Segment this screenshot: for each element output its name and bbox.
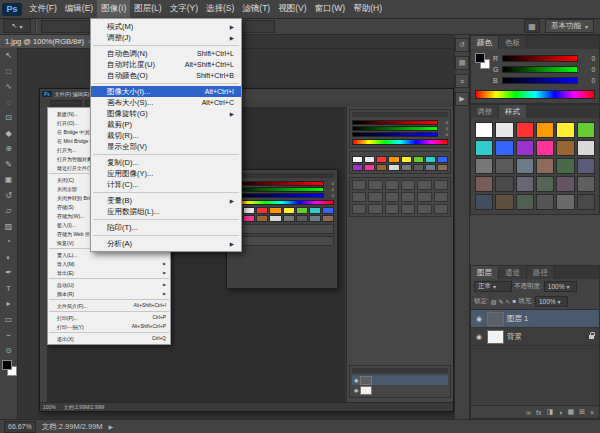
inner-adjustment-icon[interactable] — [401, 192, 415, 202]
slider-track[interactable] — [502, 77, 578, 84]
nested-swatch[interactable] — [296, 207, 308, 214]
workspace-switcher[interactable]: 基本功能 ▾ — [545, 19, 594, 33]
menu-item-18[interactable]: 分析(A)▶ — [91, 238, 241, 249]
inner-swatch[interactable] — [388, 164, 399, 171]
menu-item-23[interactable]: 打印一份(Y)Alt+Shift+Ctrl+P — [48, 322, 170, 331]
tool-preset-picker[interactable]: ↖ ▾ — [3, 19, 31, 33]
inner-adjustment-icon[interactable] — [434, 192, 448, 202]
menu-item-8[interactable]: 图像旋转(G)▶ — [91, 108, 241, 119]
properties-panel-icon[interactable]: ▤ — [455, 56, 469, 70]
inner-adjustment-icon[interactable] — [434, 204, 448, 214]
nested-swatch[interactable] — [283, 215, 295, 222]
menu-item-4[interactable]: 自动对比度(U)Alt+Shift+Ctrl+L — [91, 59, 241, 70]
slider-track[interactable] — [502, 55, 578, 62]
status-options-arrow-icon[interactable]: ▶ — [109, 423, 114, 430]
dodge-tool[interactable]: ◐ — [0, 250, 17, 266]
brush-tool[interactable]: ✎ — [0, 157, 17, 173]
slider-track[interactable] — [230, 187, 324, 192]
eraser-tool[interactable]: ▱ — [0, 203, 17, 219]
inner-swatch[interactable] — [364, 156, 375, 163]
inner-swatch[interactable] — [425, 164, 436, 171]
menubar-item-7[interactable]: 滤镜(T) — [238, 0, 274, 18]
hand-tool[interactable]: ⌣ — [0, 327, 17, 343]
quick-selection-tool[interactable]: ◌ — [0, 95, 17, 111]
inner-adjustment-icon[interactable] — [352, 180, 366, 190]
inner-adjustment-icon[interactable] — [352, 192, 366, 202]
style-swatch[interactable] — [495, 176, 513, 192]
shape-tool[interactable]: ▭ — [0, 312, 17, 328]
inner-swatch[interactable] — [352, 164, 363, 171]
menubar-item-8[interactable]: 视图(V) — [274, 0, 310, 18]
slider-track[interactable] — [230, 193, 324, 198]
slider-track[interactable] — [352, 132, 438, 137]
style-swatch[interactable] — [536, 176, 554, 192]
inner-swatch[interactable] — [413, 156, 424, 163]
style-swatch[interactable] — [475, 122, 493, 138]
path-selection-tool[interactable]: ▸ — [0, 296, 17, 312]
history-panel-icon[interactable]: ↺ — [455, 38, 469, 52]
menu-item-13[interactable]: 应用图像(Y)... — [91, 168, 241, 179]
menu-item-7[interactable]: 画布大小(S)...Alt+Ctrl+C — [91, 97, 241, 108]
style-swatch[interactable] — [577, 158, 595, 174]
slider-track[interactable] — [352, 120, 438, 125]
inner-adjustment-icon[interactable] — [368, 192, 382, 202]
style-swatch[interactable] — [536, 140, 554, 156]
foreground-color-chip[interactable] — [2, 360, 12, 370]
style-swatch[interactable] — [556, 140, 574, 156]
clone-stamp-tool[interactable]: ▣ — [0, 172, 17, 188]
style-swatch[interactable] — [536, 158, 554, 174]
marquee-tool[interactable]: □ — [0, 64, 17, 80]
style-swatch[interactable] — [516, 194, 534, 210]
menu-item-12[interactable]: 复制(D)... — [91, 157, 241, 168]
nested-swatch[interactable] — [296, 215, 308, 222]
info-panel-icon[interactable]: ≡ — [455, 74, 469, 88]
inner-adjustment-icon[interactable] — [368, 180, 382, 190]
slider-track[interactable] — [502, 66, 578, 73]
style-swatch[interactable] — [577, 122, 595, 138]
lock-pixels-icon[interactable]: ✎ — [498, 298, 503, 305]
menubar-item-5[interactable]: 文字(Y) — [166, 0, 202, 18]
inner-adjustment-icon[interactable] — [385, 204, 399, 214]
nested-swatch[interactable] — [256, 215, 268, 222]
gradient-tool[interactable]: ▨ — [0, 219, 17, 235]
color-slider-g[interactable]: 0 — [352, 125, 448, 131]
color-slider-g[interactable]: G0 — [493, 64, 595, 75]
menu-item-21[interactable]: 文件简介(F)...Alt+Shift+Ctrl+I — [48, 301, 170, 310]
photoshop-logo-icon[interactable]: Ps — [2, 3, 22, 16]
move-tool[interactable]: ↖ — [0, 48, 17, 64]
style-swatch[interactable] — [536, 194, 554, 210]
nested-swatch[interactable] — [322, 207, 334, 214]
layers-tab-3[interactable]: 路径 — [527, 266, 555, 279]
layers-tab-2[interactable]: 通道 — [499, 266, 527, 279]
layer-mask-icon[interactable]: ◨ — [547, 408, 554, 416]
menu-item-16[interactable]: 应用数据组(L)... — [91, 206, 241, 217]
menu-item-10[interactable]: 裁切(R)... — [91, 130, 241, 141]
nested-swatch[interactable] — [322, 215, 334, 222]
style-swatch[interactable] — [536, 122, 554, 138]
healing-brush-tool[interactable]: ⊕ — [0, 141, 17, 157]
style-swatch[interactable] — [475, 176, 493, 192]
nested-swatch[interactable] — [309, 207, 321, 214]
nested-swatch[interactable] — [269, 215, 281, 222]
blur-tool[interactable]: ◔ — [0, 234, 17, 250]
fill-field[interactable]: 100% ▾ — [535, 296, 568, 307]
color-slider-r[interactable]: R0 — [493, 53, 595, 64]
actions-panel-icon[interactable]: ▶ — [455, 92, 469, 106]
style-swatch[interactable] — [516, 176, 534, 192]
styles-tab-2[interactable]: 样式 — [499, 105, 527, 118]
panel-foreground-color-chip[interactable] — [475, 53, 485, 63]
new-layer-icon[interactable]: ⊞ — [579, 408, 585, 416]
style-swatch[interactable] — [556, 176, 574, 192]
lock-position-icon[interactable]: ↖ — [506, 298, 511, 305]
document-tab[interactable]: 1.jpg @ 100%(RGB/8#) × — [0, 35, 99, 48]
menubar-item-6[interactable]: 选择(S) — [202, 0, 238, 18]
inner-swatch[interactable] — [388, 156, 399, 163]
inner-swatch[interactable] — [364, 164, 375, 171]
color-spectrum-bar[interactable] — [475, 90, 595, 99]
menubar-item-2[interactable]: 编辑(E) — [61, 0, 97, 18]
slider-track[interactable] — [230, 181, 324, 186]
lock-transparency-icon[interactable]: ▨ — [491, 298, 497, 305]
nested-swatch[interactable] — [256, 207, 268, 214]
nested-swatch[interactable] — [243, 215, 255, 222]
color-slider-r[interactable]: 0 — [230, 180, 334, 186]
